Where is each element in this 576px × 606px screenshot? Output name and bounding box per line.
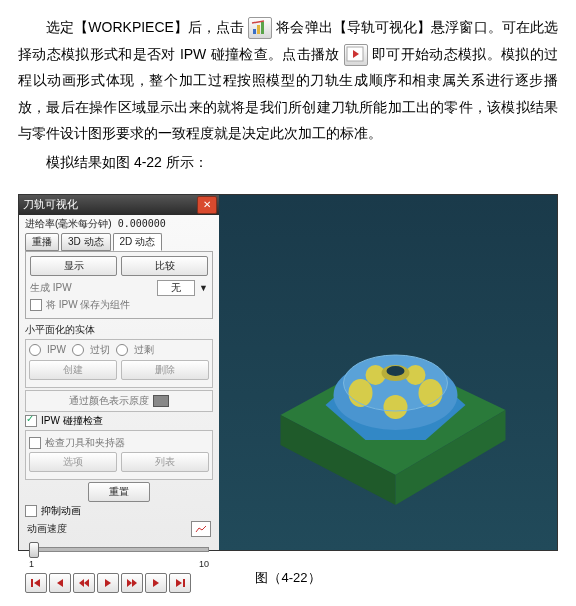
step-back-button[interactable] <box>49 573 71 593</box>
feed-rate-label: 进给率(毫米每分钟) <box>25 217 112 231</box>
svg-point-22 <box>349 379 373 407</box>
feed-rate-value: 0.000000 <box>118 218 166 229</box>
radio-ipw[interactable] <box>29 344 41 356</box>
panel-titlebar: 刀轨可视化 ✕ <box>19 195 219 215</box>
3d-viewport[interactable] <box>219 195 557 550</box>
facet-group-title: 小平面化的实体 <box>25 323 213 337</box>
svg-rect-2 <box>261 22 264 34</box>
svg-marker-13 <box>153 579 159 587</box>
tab-3d-dynamic[interactable]: 3D 动态 <box>61 233 111 251</box>
text: 选定【WORKPIECE】后，点击 <box>46 19 244 35</box>
forward-button[interactable] <box>121 573 143 593</box>
reset-button[interactable]: 重置 <box>88 482 150 502</box>
rewind-button[interactable] <box>73 573 95 593</box>
svg-rect-1 <box>257 25 260 34</box>
svg-point-24 <box>419 379 443 407</box>
svg-rect-5 <box>31 579 33 587</box>
svg-rect-0 <box>253 29 256 34</box>
svg-marker-9 <box>84 579 89 587</box>
suppress-anim-label: 抑制动画 <box>41 504 213 518</box>
step-forward-button[interactable] <box>145 573 167 593</box>
color-thickness-label: 通过颜色表示原度 <box>69 394 149 408</box>
panel-title: 刀轨可视化 <box>21 197 197 212</box>
play-button[interactable] <box>97 573 119 593</box>
svg-point-28 <box>387 366 405 376</box>
tab-replay[interactable]: 重播 <box>25 233 59 251</box>
anim-speed-icon <box>191 521 211 537</box>
play-icon <box>344 44 368 66</box>
toolbar-icon <box>248 17 272 39</box>
list-button[interactable]: 列表 <box>121 452 209 472</box>
svg-marker-12 <box>132 579 137 587</box>
svg-marker-6 <box>34 579 40 587</box>
anim-speed-slider[interactable] <box>29 541 209 555</box>
create-button[interactable]: 创建 <box>29 360 117 380</box>
tool-holder-checkbox[interactable] <box>29 437 41 449</box>
save-ipw-label: 将 IPW 保存为组件 <box>46 298 208 312</box>
ipw-collision-label: IPW 碰撞检查 <box>41 414 213 428</box>
svg-marker-8 <box>79 579 84 587</box>
delete-button[interactable]: 删除 <box>121 360 209 380</box>
svg-marker-7 <box>57 579 63 587</box>
generate-ipw-select[interactable]: 无 <box>157 280 195 296</box>
toolpath-visualization-panel: 刀轨可视化 ✕ 进给率(毫米每分钟) 0.000000 重播 3D 动态 2D … <box>19 195 220 550</box>
radio-excess[interactable] <box>116 344 128 356</box>
tool-holder-label: 检查刀具和夹持器 <box>45 436 209 450</box>
ipw-collision-checkbox[interactable] <box>25 415 37 427</box>
svg-marker-11 <box>127 579 132 587</box>
generate-ipw-label: 生成 IPW <box>30 281 153 295</box>
compare-button[interactable]: 比较 <box>121 256 208 276</box>
color-swatch <box>153 395 169 407</box>
show-button[interactable]: 显示 <box>30 256 117 276</box>
tab-2d-dynamic[interactable]: 2D 动态 <box>113 233 163 251</box>
svg-point-23 <box>384 395 408 419</box>
svg-marker-10 <box>105 579 111 587</box>
option-button[interactable]: 选项 <box>29 452 117 472</box>
suppress-anim-checkbox[interactable] <box>25 505 37 517</box>
goto-start-button[interactable] <box>25 573 47 593</box>
text: 模拟结果如图 4-22 所示： <box>46 154 208 170</box>
save-ipw-checkbox[interactable] <box>30 299 42 311</box>
close-icon[interactable]: ✕ <box>197 196 217 214</box>
svg-rect-15 <box>183 579 185 587</box>
svg-marker-14 <box>176 579 182 587</box>
radio-gouge[interactable] <box>72 344 84 356</box>
anim-speed-label: 动画速度 <box>27 522 67 536</box>
goto-end-button[interactable] <box>169 573 191 593</box>
figure-4-22: 刀轨可视化 ✕ 进给率(毫米每分钟) 0.000000 重播 3D 动态 2D … <box>18 194 558 551</box>
